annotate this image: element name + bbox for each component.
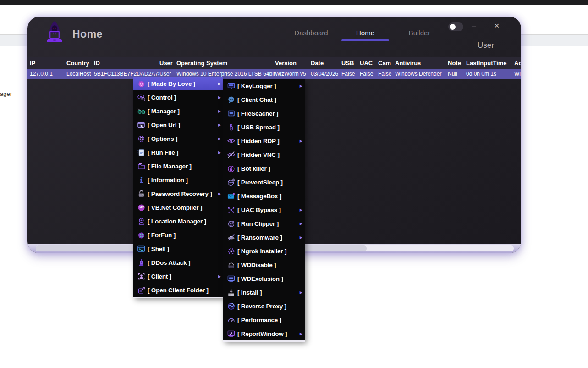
menu-item-usb-spread[interactable]: [ USB Spread ] — [223, 120, 305, 134]
menu-item-password-recovery[interactable]: [ Password Recovery ]▶ — [133, 187, 223, 201]
submenu-arrow-icon: ▶ — [300, 84, 302, 88]
gear-download-icon — [226, 246, 236, 256]
theme-toggle[interactable] — [448, 22, 463, 31]
open-folder-icon — [137, 285, 146, 295]
menu-item-information[interactable]: [ Information ] — [133, 173, 223, 187]
tab-builder[interactable]: Builder — [392, 29, 446, 37]
table-header: IPCountryIDUserOperating SystemVersionDa… — [27, 57, 521, 69]
menu-item-file-manager[interactable]: [ File Manager ] — [133, 159, 223, 173]
location-icon — [137, 217, 146, 226]
menu-item-label: [ MessageBox ] — [237, 193, 302, 200]
menu-item-wddisable[interactable]: [ WDDisable ] — [223, 258, 305, 272]
column-header-user[interactable]: User — [159, 60, 176, 67]
menu-item-options[interactable]: [ Options ]▶ — [133, 132, 223, 145]
menu-item-made-by-love[interactable]: [ Made By Love ]▶ — [133, 77, 223, 90]
tab-home[interactable]: Home — [338, 29, 392, 37]
menu-item-reverse-proxy[interactable]: [ Reverse Proxy ] — [223, 299, 305, 313]
menu-item-client-chat[interactable]: [ Client Chat ] — [223, 93, 305, 106]
menu-item-performance[interactable]: [ Performance ] — [223, 313, 305, 327]
menu-item-install[interactable]: [ Install ]▶ — [223, 285, 305, 299]
background-text-fragment: ager — [0, 90, 12, 97]
menu-item-location-manager[interactable]: [ Location Manager ] — [133, 214, 223, 228]
menu-item-run-clipper[interactable]: [ Run Clipper ]▶ — [223, 217, 305, 230]
menu-item-keylogger[interactable]: [ KeyLogger ]▶ — [223, 79, 305, 93]
column-header-usb[interactable]: USB — [341, 60, 360, 67]
column-header-id[interactable]: ID — [94, 60, 159, 67]
network-icon — [226, 205, 236, 214]
menu-item-run-file[interactable]: [ Run File ]▶ — [133, 145, 223, 159]
submenu-arrow-icon: ▶ — [218, 192, 221, 196]
menu-item-label: [ Client ] — [148, 273, 216, 280]
tab-dashboard[interactable]: Dashboard — [284, 29, 338, 37]
cell-lastinputtime: 0d 0h 0m 1s — [466, 71, 514, 77]
menu-item-forfun[interactable]: [ ForFun ] — [133, 228, 223, 242]
column-header-antivirus[interactable]: Antivirus — [395, 60, 448, 67]
menu-item-open-url[interactable]: [ Open Url ]▶ — [133, 118, 223, 132]
column-header-lastinputtime[interactable]: LastInputTime — [466, 60, 514, 67]
menu-item-ngrok-installer[interactable]: [ Ngrok Installer ] — [223, 244, 305, 258]
column-header-version[interactable]: Version — [275, 60, 311, 67]
submenu-arrow-icon: ▶ — [218, 109, 221, 113]
submenu-arrow-icon: ▶ — [218, 123, 221, 127]
menu-item-label: [ FileSeacher ] — [237, 110, 302, 117]
cell-user: User — [159, 71, 176, 77]
menu-item-label: [ Shell ] — [148, 245, 221, 252]
menu-item-control[interactable]: [ Control ]▶ — [133, 90, 223, 104]
menu-item-preventsleep[interactable]: [ PreventSleep ] — [223, 175, 305, 189]
column-header-ip[interactable]: IP — [30, 60, 66, 67]
menu-item-ransomware[interactable]: [ Ransomware ]▶ — [223, 230, 305, 244]
column-header-cam[interactable]: Cam — [378, 60, 395, 67]
column-header-date[interactable]: Date — [311, 60, 341, 67]
table-row-selected[interactable]: 127.0.0.1LocalHost5B1FC113BE7F2DAD2A78Us… — [27, 69, 521, 79]
menu-item-label: [ Control ] — [148, 94, 216, 101]
menu-item-vb-net-compiler[interactable]: .NET[ VB.Net Compiler ] — [133, 201, 223, 214]
menu-item-shell[interactable]: [ Shell ] — [133, 242, 223, 256]
menu-item-client[interactable]: [ Client ]▶ — [133, 269, 223, 283]
menu-item-label: [ Run Clipper ] — [237, 220, 298, 227]
menu-item-open-client-folder[interactable]: [ Open Client Folder ] — [133, 283, 223, 297]
menu-item-label: [ Run File ] — [148, 149, 216, 156]
eye-slash-icon — [226, 150, 236, 159]
hacker-laptop-logo-icon — [44, 20, 66, 43]
background-titlebar — [0, 0, 588, 5]
cell-note: Null — [448, 71, 466, 77]
menu-item-hidden-vnc[interactable]: [ Hidden VNC ] — [223, 148, 305, 162]
submenu-arrow-icon: ▶ — [300, 208, 302, 212]
menu-item-manager[interactable]: [ Manager ]▶ — [133, 104, 223, 118]
column-header-uac[interactable]: UAC — [360, 60, 378, 67]
column-header-country[interactable]: Country — [66, 60, 94, 67]
menu-item-hidden-rdp[interactable]: [ Hidden RDP ]▶ — [223, 134, 305, 148]
column-header-operating-system[interactable]: Operating System — [176, 60, 275, 67]
cell-country: LocalHost — [66, 71, 94, 77]
proxy-orb-icon — [226, 301, 236, 311]
chat-bubble-icon — [226, 95, 236, 104]
submenu-arrow-icon: ▶ — [300, 235, 302, 240]
svg-text:.NET: .NET — [139, 206, 144, 209]
menu-item-label: [ ReportWindow ] — [237, 330, 298, 337]
menu-item-label: [ Options ] — [148, 135, 216, 142]
menu-item-wdexclusion[interactable]: [ WDExclusion ] — [223, 272, 305, 285]
minimize-button[interactable]: – — [468, 21, 479, 31]
gauge-icon — [226, 315, 236, 324]
menu-item-label: [ Password Recovery ] — [148, 190, 216, 197]
menu-item-ddos-attack[interactable]: [ DDos Attack ] — [133, 256, 223, 269]
menu-item-label: [ VB.Net Compiler ] — [148, 204, 221, 211]
cell-id: 5B1FC113BE7F2DAD2A78 — [94, 71, 159, 77]
menu-item-reportwindow[interactable]: [ ReportWindow ]▶ — [223, 327, 305, 340]
column-header-note[interactable]: Note — [448, 60, 466, 67]
fun-face-icon — [137, 230, 146, 240]
submenu-arrow-icon: ▶ — [218, 82, 221, 86]
menu-item-label: [ Client Chat ] — [237, 96, 302, 103]
menu-item-messagebox[interactable]: [ MessageBox ] — [223, 189, 305, 203]
clipper-face-icon — [226, 219, 236, 228]
menu-item-label: [ Bot killer ] — [237, 165, 302, 172]
menu-item-bot-killer[interactable]: [ Bot killer ] — [223, 162, 305, 175]
shield-off-icon — [226, 260, 236, 269]
menu-item-fileseacher[interactable]: [ FileSeacher ] — [223, 106, 305, 120]
user-label: User — [478, 41, 494, 50]
submenu-arrow-icon: ▶ — [300, 290, 302, 295]
menu-item-uac-bypass[interactable]: [ UAC Bypass ]▶ — [223, 203, 305, 217]
sleep-face-icon — [226, 178, 236, 187]
close-button[interactable]: × — [491, 20, 503, 31]
column-header-act[interactable]: Act — [514, 60, 521, 67]
